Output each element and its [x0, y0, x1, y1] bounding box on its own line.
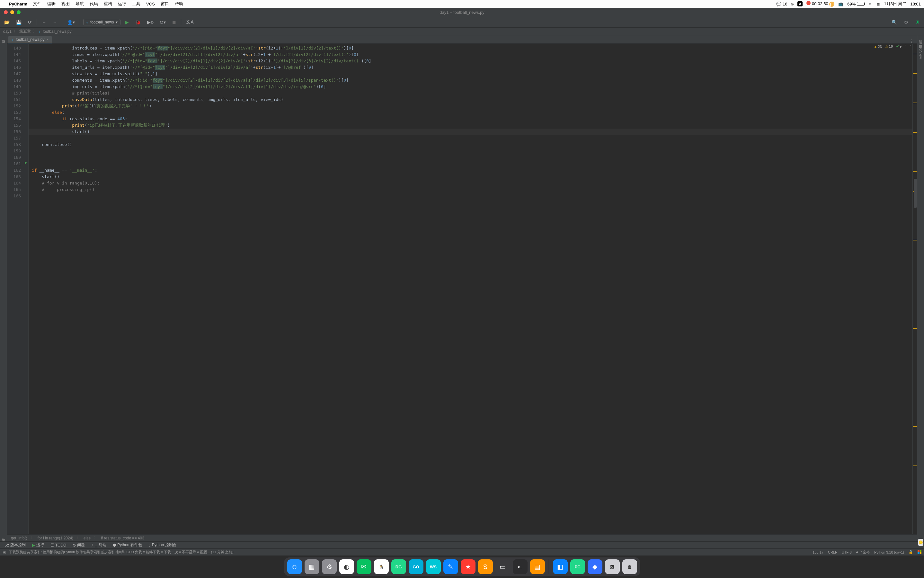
status-message[interactable]: 下载预构建共享索引: 使用预构建的Python 软件包共享索引减少索引时间和 C… — [9, 550, 809, 555]
menu-nav[interactable]: 导航 — [76, 1, 84, 7]
tabs-more-icon[interactable]: ⋮ — [906, 39, 917, 44]
file-encoding[interactable]: UTF-8 — [842, 550, 852, 554]
toolwin-pyconsole[interactable]: ⬨Python 控制台 — [146, 542, 179, 549]
menubar-time[interactable]: 18:01 — [910, 2, 921, 6]
menubar-app-name[interactable]: PyCharm — [9, 2, 27, 6]
dock-app-goland[interactable]: GO — [409, 559, 424, 574]
menubar-date[interactable]: 1月3日 周二 — [884, 1, 906, 7]
profile-icon[interactable]: ⊚▾ — [158, 19, 167, 26]
dock-app-qq[interactable]: 🐧 — [374, 559, 389, 574]
add-config-icon[interactable]: 👤▾ — [66, 19, 76, 26]
input-method-icon[interactable]: A — [798, 1, 803, 6]
toolwin-terminal[interactable]: 〉_终端 — [89, 542, 109, 549]
battery-percent: 69% — [847, 2, 856, 6]
window-zoom-button[interactable] — [17, 10, 21, 14]
assist-float-icon[interactable]: 🙂 — [918, 539, 923, 546]
dock-app-settings[interactable]: ⚙ — [322, 559, 337, 574]
dock-app-datagrip[interactable]: DG — [391, 559, 406, 574]
toolwin-pypkg[interactable]: ⬢Python 软件包 — [110, 542, 144, 549]
menu-view[interactable]: 视图 — [61, 1, 70, 7]
struct-crumb-item[interactable]: get_info() — [11, 536, 27, 541]
coverage-icon[interactable]: ▶⎋ — [146, 19, 155, 26]
dock: ☺▦⚙◐✉🐧DGGOWS✎★S▭>_▤◧PC◆🖼🗑 — [284, 557, 640, 576]
inspection-widget[interactable]: 23 16 9 ˄ ˅ — [874, 44, 912, 49]
editor-tab-active[interactable]: ⬨ football_news.py × — [8, 36, 52, 44]
menu-run[interactable]: 运行 — [118, 1, 126, 7]
indent-setting[interactable]: 4 个空格 — [856, 550, 870, 555]
menu-edit[interactable]: 编辑 — [47, 1, 56, 7]
dock-app-spaces[interactable]: ◧ — [553, 559, 568, 574]
dock-app-notes[interactable]: ✎ — [443, 559, 458, 574]
rail-sciview[interactable]: SciView — [919, 46, 923, 59]
dock-app-wechat[interactable]: ✉ — [357, 559, 371, 574]
wifi-icon[interactable]: ᯤ — [868, 2, 872, 6]
dock-app-feishu[interactable]: ◆ — [587, 559, 602, 574]
crumb-root[interactable]: day1 — [3, 29, 11, 34]
tab-close-icon[interactable]: × — [46, 37, 48, 41]
menu-tools[interactable]: 工具 — [132, 1, 141, 7]
crumb-file[interactable]: football_news.py — [43, 29, 71, 34]
open-icon[interactable]: 📂 — [3, 19, 11, 26]
dock-app-chrome[interactable]: ◐ — [339, 559, 354, 574]
window-close-button[interactable] — [4, 10, 8, 14]
dock-app-calc[interactable]: ▤ — [530, 559, 545, 574]
gutter-run-icon[interactable]: ▶ — [25, 161, 27, 164]
toolwin-vcs[interactable]: ⎇版本控制 — [2, 542, 28, 549]
bluetooth-icon[interactable]: ⎋ — [791, 2, 794, 6]
inspection-prev-icon[interactable]: ˄ — [905, 44, 907, 49]
window-minimize-button[interactable] — [10, 10, 14, 14]
menu-window[interactable]: 窗口 — [161, 1, 169, 7]
dock-app-webstorm[interactable]: WS — [426, 559, 441, 574]
dock-app-launchpad[interactable]: ▦ — [304, 559, 319, 574]
dock-app-trash[interactable]: 🗑 — [622, 559, 637, 574]
record-pause-icon[interactable]: ❙❙ — [829, 2, 834, 7]
translate-icon[interactable]: 文A — [184, 18, 195, 26]
menu-code[interactable]: 代码 — [90, 1, 98, 7]
statusbar-toggle-icon[interactable]: ▣ — [3, 550, 6, 554]
settings-gear-icon[interactable]: ⚙ — [903, 19, 910, 26]
line-separator[interactable]: CRLF — [828, 550, 837, 554]
readonly-lock-icon[interactable]: 🔒 — [909, 550, 913, 554]
menu-help[interactable]: 帮助 — [175, 1, 183, 7]
dock-app-sublime[interactable]: S — [478, 559, 493, 574]
inspection-next-icon[interactable]: ˅ — [910, 44, 912, 49]
run-config-selector[interactable]: ⬨ football_news ▾ — [83, 19, 120, 25]
wechat-tray-icon[interactable]: 💬 16 — [776, 2, 787, 6]
toolwin-run[interactable]: ▶运行 — [29, 542, 47, 549]
reload-icon[interactable]: ⟳ — [26, 19, 33, 26]
save-icon[interactable]: 💾 — [15, 19, 23, 26]
menu-vcs[interactable]: VCS — [146, 2, 155, 6]
display-tray-icon[interactable]: 📺 — [838, 2, 843, 6]
interpreter[interactable]: Python 3.10 (day1) — [874, 550, 904, 554]
scrollbar-thumb[interactable] — [914, 179, 917, 208]
search-everywhere-icon[interactable]: 🔍 — [890, 19, 899, 26]
ms-logo-icon[interactable] — [918, 550, 921, 554]
fold-gutter[interactable]: ▶ — [25, 44, 29, 534]
toolwin-problems[interactable]: ⊘问题 — [70, 542, 87, 549]
battery-widget[interactable]: 69% — [847, 2, 864, 6]
struct-crumb-item[interactable]: else — [84, 536, 91, 541]
line-number-gutter[interactable]: 143 144 145 146 147 148 149 150 151 152 … — [7, 44, 25, 534]
debug-button-icon[interactable]: 🐞 — [134, 19, 142, 26]
toolwin-todo[interactable]: ☰TODO — [48, 542, 69, 548]
wechat-count: 16 — [783, 2, 787, 6]
caret-position[interactable]: 156:17 — [812, 550, 824, 554]
run-button-icon[interactable]: ▶ — [124, 19, 130, 26]
trust-shield-icon[interactable]: ⛨ — [914, 19, 921, 26]
dock-app-star[interactable]: ★ — [461, 559, 476, 574]
menu-refactor[interactable]: 重构 — [104, 1, 112, 7]
crumb-folder[interactable]: 第五章 — [19, 29, 31, 34]
dock-app-app2[interactable]: ▭ — [495, 559, 510, 574]
struct-crumb-item[interactable]: if res.status_code == 403 — [101, 536, 144, 541]
code-editor[interactable]: introduces = item.xpath('//*[@id="fcyt"]… — [29, 44, 913, 534]
dock-app-pycharm[interactable]: PC — [570, 559, 585, 574]
dock-app-preview[interactable]: 🖼 — [605, 559, 620, 574]
menu-file[interactable]: 文件 — [33, 1, 42, 7]
screen-record-widget[interactable]: 00:02:50 ❙❙ — [806, 1, 834, 7]
struct-crumb-item[interactable]: for i in range(1,2024) — [37, 536, 73, 541]
dock-app-finder[interactable]: ☺ — [287, 559, 302, 574]
error-stripe[interactable] — [913, 44, 917, 534]
nav-back-icon[interactable]: ← — [40, 19, 48, 26]
control-center-icon[interactable]: ≣ — [877, 2, 880, 6]
dock-app-iterm[interactable]: >_ — [513, 559, 528, 574]
